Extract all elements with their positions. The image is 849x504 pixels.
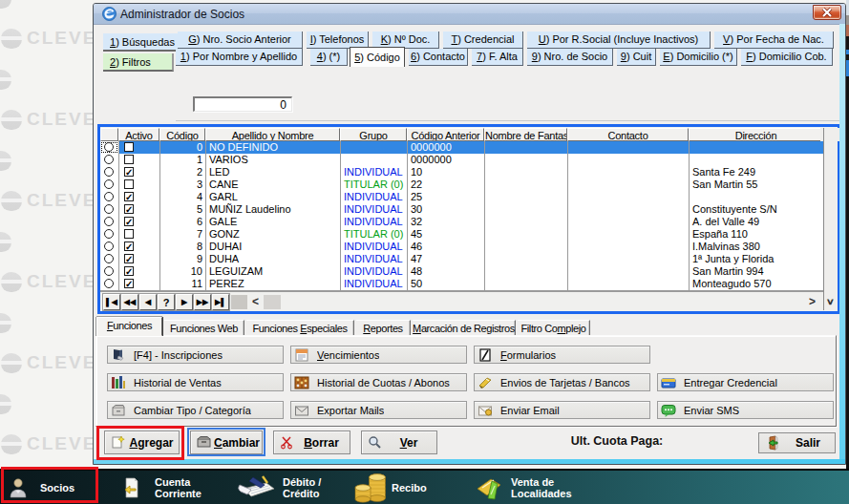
activo-checkbox[interactable]: ✓ [124,167,134,177]
grid-row[interactable]: ✓2LEDINDIVIDUAL10Santa Fe 249 [100,166,823,178]
search-tab-6[interactable]: 6) Contacto [409,49,468,66]
sidebar-tab-filtros[interactable]: 2) Filtros [103,53,174,72]
row-selector-cell[interactable] [100,241,118,253]
entregar-credencial-button[interactable]: Entregar Credencial [657,373,834,391]
grid-header-c-digo-anterior[interactable]: Código Anterior [407,128,484,141]
search-tab-t[interactable]: T) Credencial [443,32,523,49]
sidebar-tab-busquedas[interactable]: 1) Búsquedas [103,33,180,52]
vencimientos-button[interactable]: Vencimientos [290,346,467,364]
search-tab-e[interactable]: E) Domicilio (*) [660,49,737,66]
taskbar-item-cuenta-corriente[interactable]: Cuenta Corriente [123,471,202,504]
row-radio[interactable] [104,229,114,239]
hscroll-block[interactable] [231,295,247,309]
activo-cell[interactable]: ✓ [118,253,159,265]
hscroll-left-arrow[interactable]: < [252,294,259,308]
function-tab-funciones-especiales[interactable]: Funciones Especiales [246,320,354,336]
activo-checkbox[interactable]: ✓ [124,279,134,288]
close-button[interactable] [813,5,841,20]
search-tab-7[interactable]: 7) F. Alta [472,49,523,66]
grid-row[interactable]: 1VARIOS0000000 [100,154,823,166]
search-tab-f[interactable]: F) Domicilio Cob. [741,49,833,66]
activo-checkbox[interactable]: ✓ [124,242,134,251]
row-radio[interactable] [104,179,114,189]
function-tab-funciones-web[interactable]: Funciones Web [164,320,244,336]
grid-header-c-digo[interactable]: Código [159,128,205,141]
grid-header-nombre-de-fantas-a[interactable]: Nombre de Fantasía [484,128,567,141]
vscroll-down-arrow[interactable]: ∨ [826,297,835,306]
row-radio[interactable] [104,204,114,214]
nav-last-button[interactable]: ▶▌ [212,294,229,310]
grid-row[interactable]: ✓10LEGUIZAMINDIVIDUAL48San Martin 994 [100,265,823,278]
search-tab-9[interactable]: 9) Nro. de Socio [527,49,613,66]
search-tab-g[interactable]: G) Nro. Socio Anterior [178,32,303,49]
search-tab-1[interactable]: 1) Por Nombre y Apellido [176,49,303,66]
grid-row[interactable]: ✓6GALEINDIVIDUAL32A. del Valle 49 [100,216,823,228]
activo-checkbox[interactable]: ✓ [124,217,134,226]
exportar-mails-button[interactable]: Exportar Mails [290,401,467,419]
activo-cell[interactable] [118,154,159,166]
row-radio[interactable] [104,192,114,201]
activo-cell[interactable]: ✓ [118,191,159,203]
grid-header-selector[interactable] [100,128,118,141]
activo-cell[interactable]: ✓ [118,216,159,228]
grid-header-contacto[interactable]: Contacto [567,128,689,141]
row-radio[interactable] [104,266,114,276]
row-selector-cell[interactable] [100,203,118,216]
-f4-inscripciones-button[interactable]: [F4] - Inscripciones [107,346,284,364]
taskbar-item-debito-credito[interactable]: Débito / Crédito [234,471,321,504]
row-selector-cell[interactable] [100,154,118,166]
activo-cell[interactable]: ✓ [118,278,159,290]
hscroll-thumb[interactable] [264,295,281,309]
grid-row[interactable]: ✓4GARLINDIVIDUAL25 [100,191,823,203]
grid-header-grupo[interactable]: Grupo [340,128,407,141]
row-selector-cell[interactable] [100,253,118,265]
nav-prior-button[interactable]: ◀ [139,294,157,310]
grid-row[interactable]: 3CANETITULAR (0)22San Martin 55 [100,178,823,191]
activo-checkbox[interactable] [124,229,134,239]
grid-row[interactable]: ✓9DUHAINDIVIDUAL471ª Junta y Florida [100,253,823,265]
activo-cell[interactable]: ✓ [118,241,159,253]
nav-fast-forward-button[interactable]: ▶▶ [194,294,211,310]
grid-header-activo[interactable]: Activo [118,128,159,141]
search-tab-9[interactable]: 9) Cuit [617,49,656,66]
envios-de-tarjetas-bancos-button[interactable]: Envios de Tarjetas / Bancos [474,373,650,391]
activo-cell[interactable]: ✓ [118,166,159,178]
activo-checkbox[interactable]: ✓ [124,204,134,214]
nav-help-button[interactable]: ? [158,294,175,310]
activo-checkbox[interactable] [124,179,134,189]
row-selector-cell[interactable] [100,178,118,191]
function-tab-filtro-complejo[interactable]: Filtro Complejo [518,320,590,336]
formularios-button[interactable]: Formularios [474,346,650,364]
cambiar-tipo-categor-a-button[interactable]: Cambiar Tipo / Categoría [107,401,284,419]
search-tab-u[interactable]: U) Por R.Social (Incluye Inactivos) [527,32,711,49]
search-tab-v[interactable]: V) Por Fecha de Nac. [714,32,834,49]
row-selector-cell[interactable] [100,265,118,278]
nav-first-button[interactable]: ▌◀ [103,294,120,310]
taskbar-item-recibo[interactable]: Recibo [354,471,427,504]
enviar-email-button[interactable]: Enviar Email [474,401,650,419]
taskbar-item-venta-localidades[interactable]: Venta de Localidades [475,471,572,504]
activo-checkbox[interactable]: ✓ [124,254,134,263]
row-radio[interactable] [104,242,114,251]
nav-fast-rewind-button[interactable]: ◀◀ [121,294,138,310]
row-selector-cell[interactable] [100,228,118,241]
activo-cell[interactable] [118,178,159,191]
borrar-button[interactable]: Borrar [273,430,350,454]
grid-row[interactable]: ✓8DUHAIINDIVIDUAL46I.Malvinas 380 [100,241,823,253]
row-radio[interactable] [104,142,114,152]
activo-cell[interactable]: ✓ [118,265,159,278]
row-selector-cell[interactable] [100,191,118,203]
activo-cell[interactable] [118,228,159,241]
row-radio[interactable] [104,254,114,263]
historial-de-ventas-button[interactable]: Historial de Ventas [107,373,284,391]
activo-cell[interactable] [118,141,159,154]
hscroll-right-arrow[interactable]: > [809,294,816,308]
grid-vscrollbar[interactable]: ∨ [823,128,838,310]
activo-checkbox[interactable]: ✓ [124,266,134,276]
function-tab-marcaci-n-de-registros[interactable]: Marcación de Registros [413,320,516,336]
grid-header-direcci-n[interactable]: Dirección [689,128,823,141]
codigo-search-input[interactable] [193,96,292,112]
row-selector-cell[interactable] [100,166,118,178]
row-radio[interactable] [104,279,114,288]
grid-row[interactable]: 0NO DEFINIDO0000000 [100,141,823,154]
